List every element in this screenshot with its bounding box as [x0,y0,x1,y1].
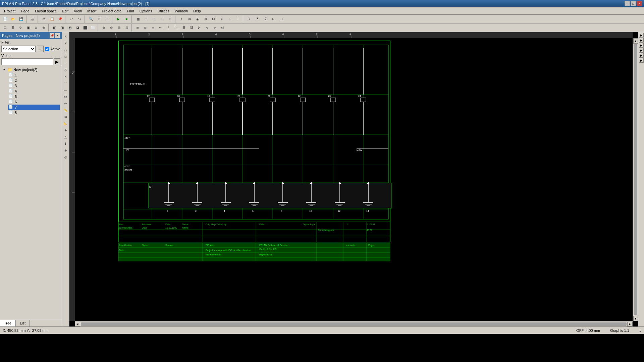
minimize-button[interactable]: _ [625,1,630,6]
t2-9[interactable]: ◩ [66,24,73,32]
tree-page-2[interactable]: 📄 2 [8,78,60,83]
menu-options[interactable]: Options [137,8,155,14]
maximize-button[interactable]: □ [631,1,636,6]
rp-btn-1[interactable]: ▶ [639,33,644,38]
t2-4[interactable]: ▣ [24,24,32,32]
t2-22[interactable]: ⋱ [172,24,180,32]
active-checkbox[interactable] [45,47,49,51]
scroll-up-btn[interactable]: ▴ [633,38,638,44]
menu-utilities[interactable]: Utilities [155,8,172,14]
vt-pointer[interactable]: ↖ [63,34,69,40]
tree-page-1[interactable]: 📄 1 [8,72,60,78]
value-go-btn[interactable]: ▶ [54,58,60,65]
tree-page-6[interactable]: 📄 6 [8,99,60,105]
tree-page-7[interactable]: 📄 7 [8,105,60,110]
t1[interactable]: ⌖ [178,15,185,23]
panel-close-btn[interactable]: × [55,33,60,38]
t6[interactable]: ≡ [218,15,225,23]
cut-btn[interactable]: ✂ [40,15,48,23]
t2-2[interactable]: ☰ [9,24,16,32]
t2-14[interactable]: ⊖ [108,24,115,32]
tree-root[interactable]: ▼ 📁 New project(2) [2,67,60,72]
t2-3[interactable]: ⊹ [17,24,24,32]
menu-insert[interactable]: Insert [85,8,99,14]
snap-btn[interactable]: ⊡ [142,15,150,23]
t2-8[interactable]: ◨ [58,24,66,32]
vt-measure[interactable]: 📏 [63,107,69,113]
vscroll-thumb[interactable] [634,44,637,315]
filter-more-btn[interactable]: ... [37,46,44,52]
vt-zoom[interactable]: ⊕ [63,127,69,133]
tree-page-5[interactable]: 📄 5 [8,94,60,99]
undo-btn[interactable]: ↩ [68,15,75,23]
panel-pin-btn[interactable]: 📌 [50,33,54,38]
t2-27[interactable]: ⊳ [211,24,218,32]
t2-17[interactable]: ≋ [134,24,141,32]
t2-13[interactable]: ⊕ [100,24,107,32]
t2-18[interactable]: ≌ [142,24,149,32]
t2-5[interactable]: ⊕ [32,24,40,32]
vt-select[interactable]: ↗ [63,40,69,46]
sym3-btn[interactable]: ⊕ [166,15,174,23]
tree-page-8[interactable]: 📄 8 [8,110,60,115]
vt-arc[interactable]: ∿ [63,74,69,80]
tab-list[interactable]: List [16,320,30,326]
vt-poly[interactable]: ◇ [63,67,69,73]
zoom-in-btn[interactable]: 🔍 [87,15,95,23]
t3[interactable]: ◈ [194,15,201,23]
vt-rect-select[interactable]: ⬚ [63,47,69,53]
vt-text[interactable]: ab [63,94,69,100]
vt-rotate[interactable]: △ [63,134,69,140]
menu-layoutspace[interactable]: Layout space [32,8,59,14]
rp-btn-4[interactable]: ▶ [639,48,644,53]
t13[interactable]: ⊿ [278,15,285,23]
t2-6[interactable]: ⊗ [40,24,47,32]
t2-21[interactable]: ⋮ [165,24,172,32]
t7[interactable]: ⊹ [226,15,233,23]
t2-7[interactable]: ◧ [51,24,58,32]
menu-help[interactable]: Help [191,8,204,14]
sym2-btn[interactable]: ⊟ [158,15,166,23]
menu-find[interactable]: Find [124,8,137,14]
copy-btn[interactable]: 📋 [48,15,56,23]
value-input[interactable] [1,58,53,65]
t11[interactable]: ⊽ [262,15,269,23]
vscrollbar[interactable]: ▴ ▾ [633,38,638,321]
menu-projectdata[interactable]: Project data [99,8,124,14]
open-btn[interactable]: 📂 [9,15,17,23]
tree-page-4[interactable]: 📄 4 [8,88,60,94]
t5[interactable]: ⋈ [210,15,217,23]
t2-24[interactable]: ☳ [188,24,195,32]
vt-curve[interactable]: ⌒ [63,80,69,86]
redo-btn[interactable]: ↪ [76,15,83,23]
tab-tree[interactable]: Tree [0,320,16,326]
save-btn[interactable]: 💾 [17,15,25,23]
vt-cross[interactable]: ⊕ [63,147,69,154]
vt-info[interactable]: ℹ [63,141,69,147]
t2-16[interactable]: ⊟ [123,24,130,32]
tree-page-3[interactable]: 📄 3 [8,83,60,88]
scroll-down-btn[interactable]: ▾ [633,316,638,321]
sym1-btn[interactable]: ⊞ [150,15,158,23]
stop-btn[interactable]: ■ [123,15,130,23]
t2-15[interactable]: ⊞ [115,24,123,32]
t8[interactable]: ⊺ [234,15,241,23]
t2-28[interactable]: ⊴ [219,24,226,32]
t2[interactable]: ⊕ [186,15,193,23]
vt-rect[interactable]: □ [63,54,69,60]
hscrollbar[interactable]: ◂ ▸ [75,321,633,326]
filter-select[interactable]: Selection [1,46,36,52]
zoom-out-btn[interactable]: ⊖ [95,15,103,23]
vt-insert[interactable]: ⊞ [63,114,69,120]
t2-10[interactable]: ◪ [74,24,81,32]
zoom-fit-btn[interactable]: ⊞ [103,15,111,23]
canvas-area[interactable]: 1 2 3 4 5 6 7 8 A [69,32,638,326]
menu-edit[interactable]: Edit [59,8,71,14]
t2-12[interactable]: ⬜ [89,24,97,32]
grid-btn[interactable]: ▦ [134,15,142,23]
rp-btn-2[interactable]: ▶ [639,38,644,43]
scroll-right-btn[interactable]: ▸ [627,322,633,326]
hscroll-thumb[interactable] [81,322,627,326]
t2-20[interactable]: ⋯ [157,24,164,32]
vt-line[interactable]: — [63,87,69,93]
